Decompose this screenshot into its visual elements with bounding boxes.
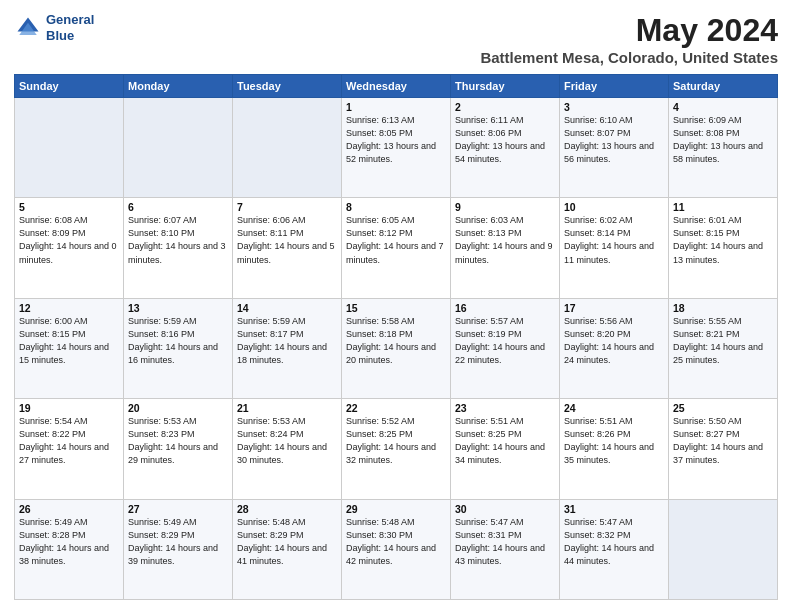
calendar-cell: 27Sunrise: 5:49 AMSunset: 8:29 PMDayligh… [124, 499, 233, 599]
day-number: 3 [564, 101, 664, 113]
weekday-header: Thursday [451, 75, 560, 98]
day-number: 16 [455, 302, 555, 314]
calendar-cell: 26Sunrise: 5:49 AMSunset: 8:28 PMDayligh… [15, 499, 124, 599]
day-number: 30 [455, 503, 555, 515]
calendar-cell: 31Sunrise: 5:47 AMSunset: 8:32 PMDayligh… [560, 499, 669, 599]
calendar-cell: 9Sunrise: 6:03 AMSunset: 8:13 PMDaylight… [451, 198, 560, 298]
calendar-cell: 1Sunrise: 6:13 AMSunset: 8:05 PMDaylight… [342, 98, 451, 198]
calendar-cell: 25Sunrise: 5:50 AMSunset: 8:27 PMDayligh… [669, 399, 778, 499]
logo-text: General Blue [46, 12, 94, 43]
day-info: Sunrise: 6:08 AMSunset: 8:09 PMDaylight:… [19, 214, 119, 266]
day-info: Sunrise: 5:53 AMSunset: 8:23 PMDaylight:… [128, 415, 228, 467]
calendar-cell: 10Sunrise: 6:02 AMSunset: 8:14 PMDayligh… [560, 198, 669, 298]
day-number: 31 [564, 503, 664, 515]
day-info: Sunrise: 6:11 AMSunset: 8:06 PMDaylight:… [455, 114, 555, 166]
calendar-cell [124, 98, 233, 198]
page: General Blue May 2024 Battlement Mesa, C… [0, 0, 792, 612]
day-info: Sunrise: 5:56 AMSunset: 8:20 PMDaylight:… [564, 315, 664, 367]
day-info: Sunrise: 5:48 AMSunset: 8:30 PMDaylight:… [346, 516, 446, 568]
calendar-cell: 5Sunrise: 6:08 AMSunset: 8:09 PMDaylight… [15, 198, 124, 298]
calendar-cell: 13Sunrise: 5:59 AMSunset: 8:16 PMDayligh… [124, 298, 233, 398]
calendar-cell: 12Sunrise: 6:00 AMSunset: 8:15 PMDayligh… [15, 298, 124, 398]
day-info: Sunrise: 5:47 AMSunset: 8:31 PMDaylight:… [455, 516, 555, 568]
day-number: 20 [128, 402, 228, 414]
day-number: 27 [128, 503, 228, 515]
day-info: Sunrise: 5:59 AMSunset: 8:17 PMDaylight:… [237, 315, 337, 367]
day-number: 29 [346, 503, 446, 515]
calendar-cell: 4Sunrise: 6:09 AMSunset: 8:08 PMDaylight… [669, 98, 778, 198]
calendar-cell: 6Sunrise: 6:07 AMSunset: 8:10 PMDaylight… [124, 198, 233, 298]
day-number: 8 [346, 201, 446, 213]
day-number: 24 [564, 402, 664, 414]
main-title: May 2024 [480, 12, 778, 49]
calendar-cell: 16Sunrise: 5:57 AMSunset: 8:19 PMDayligh… [451, 298, 560, 398]
calendar-cell: 29Sunrise: 5:48 AMSunset: 8:30 PMDayligh… [342, 499, 451, 599]
calendar-cell: 8Sunrise: 6:05 AMSunset: 8:12 PMDaylight… [342, 198, 451, 298]
calendar-cell [233, 98, 342, 198]
day-number: 2 [455, 101, 555, 113]
calendar-table: SundayMondayTuesdayWednesdayThursdayFrid… [14, 74, 778, 600]
day-number: 15 [346, 302, 446, 314]
day-number: 7 [237, 201, 337, 213]
calendar-cell: 18Sunrise: 5:55 AMSunset: 8:21 PMDayligh… [669, 298, 778, 398]
subtitle: Battlement Mesa, Colorado, United States [480, 49, 778, 66]
logo-icon [14, 14, 42, 42]
day-number: 23 [455, 402, 555, 414]
day-number: 11 [673, 201, 773, 213]
day-info: Sunrise: 5:55 AMSunset: 8:21 PMDaylight:… [673, 315, 773, 367]
day-info: Sunrise: 5:54 AMSunset: 8:22 PMDaylight:… [19, 415, 119, 467]
day-info: Sunrise: 5:53 AMSunset: 8:24 PMDaylight:… [237, 415, 337, 467]
calendar-cell: 24Sunrise: 5:51 AMSunset: 8:26 PMDayligh… [560, 399, 669, 499]
calendar-week-row: 1Sunrise: 6:13 AMSunset: 8:05 PMDaylight… [15, 98, 778, 198]
calendar-cell: 30Sunrise: 5:47 AMSunset: 8:31 PMDayligh… [451, 499, 560, 599]
day-number: 4 [673, 101, 773, 113]
day-number: 22 [346, 402, 446, 414]
calendar-cell: 20Sunrise: 5:53 AMSunset: 8:23 PMDayligh… [124, 399, 233, 499]
weekday-header: Friday [560, 75, 669, 98]
day-info: Sunrise: 5:49 AMSunset: 8:28 PMDaylight:… [19, 516, 119, 568]
day-info: Sunrise: 6:01 AMSunset: 8:15 PMDaylight:… [673, 214, 773, 266]
day-info: Sunrise: 5:51 AMSunset: 8:26 PMDaylight:… [564, 415, 664, 467]
day-info: Sunrise: 6:03 AMSunset: 8:13 PMDaylight:… [455, 214, 555, 266]
calendar-cell [669, 499, 778, 599]
day-info: Sunrise: 6:10 AMSunset: 8:07 PMDaylight:… [564, 114, 664, 166]
day-number: 10 [564, 201, 664, 213]
day-info: Sunrise: 5:50 AMSunset: 8:27 PMDaylight:… [673, 415, 773, 467]
calendar-week-row: 12Sunrise: 6:00 AMSunset: 8:15 PMDayligh… [15, 298, 778, 398]
day-number: 13 [128, 302, 228, 314]
day-number: 12 [19, 302, 119, 314]
calendar-header-row: SundayMondayTuesdayWednesdayThursdayFrid… [15, 75, 778, 98]
day-number: 6 [128, 201, 228, 213]
day-number: 14 [237, 302, 337, 314]
weekday-header: Sunday [15, 75, 124, 98]
day-info: Sunrise: 5:51 AMSunset: 8:25 PMDaylight:… [455, 415, 555, 467]
header: General Blue May 2024 Battlement Mesa, C… [14, 12, 778, 66]
weekday-header: Wednesday [342, 75, 451, 98]
calendar-cell: 19Sunrise: 5:54 AMSunset: 8:22 PMDayligh… [15, 399, 124, 499]
day-info: Sunrise: 6:09 AMSunset: 8:08 PMDaylight:… [673, 114, 773, 166]
calendar-cell: 23Sunrise: 5:51 AMSunset: 8:25 PMDayligh… [451, 399, 560, 499]
day-info: Sunrise: 5:58 AMSunset: 8:18 PMDaylight:… [346, 315, 446, 367]
calendar-cell: 17Sunrise: 5:56 AMSunset: 8:20 PMDayligh… [560, 298, 669, 398]
calendar-cell: 14Sunrise: 5:59 AMSunset: 8:17 PMDayligh… [233, 298, 342, 398]
day-number: 19 [19, 402, 119, 414]
calendar-week-row: 19Sunrise: 5:54 AMSunset: 8:22 PMDayligh… [15, 399, 778, 499]
calendar-cell: 21Sunrise: 5:53 AMSunset: 8:24 PMDayligh… [233, 399, 342, 499]
day-info: Sunrise: 6:13 AMSunset: 8:05 PMDaylight:… [346, 114, 446, 166]
day-info: Sunrise: 5:47 AMSunset: 8:32 PMDaylight:… [564, 516, 664, 568]
day-number: 21 [237, 402, 337, 414]
calendar-cell: 22Sunrise: 5:52 AMSunset: 8:25 PMDayligh… [342, 399, 451, 499]
day-info: Sunrise: 5:49 AMSunset: 8:29 PMDaylight:… [128, 516, 228, 568]
title-block: May 2024 Battlement Mesa, Colorado, Unit… [480, 12, 778, 66]
calendar-cell: 7Sunrise: 6:06 AMSunset: 8:11 PMDaylight… [233, 198, 342, 298]
day-number: 26 [19, 503, 119, 515]
calendar-cell: 28Sunrise: 5:48 AMSunset: 8:29 PMDayligh… [233, 499, 342, 599]
day-number: 28 [237, 503, 337, 515]
calendar-cell [15, 98, 124, 198]
day-number: 17 [564, 302, 664, 314]
day-info: Sunrise: 6:07 AMSunset: 8:10 PMDaylight:… [128, 214, 228, 266]
calendar-cell: 11Sunrise: 6:01 AMSunset: 8:15 PMDayligh… [669, 198, 778, 298]
weekday-header: Saturday [669, 75, 778, 98]
day-info: Sunrise: 6:00 AMSunset: 8:15 PMDaylight:… [19, 315, 119, 367]
day-info: Sunrise: 6:05 AMSunset: 8:12 PMDaylight:… [346, 214, 446, 266]
